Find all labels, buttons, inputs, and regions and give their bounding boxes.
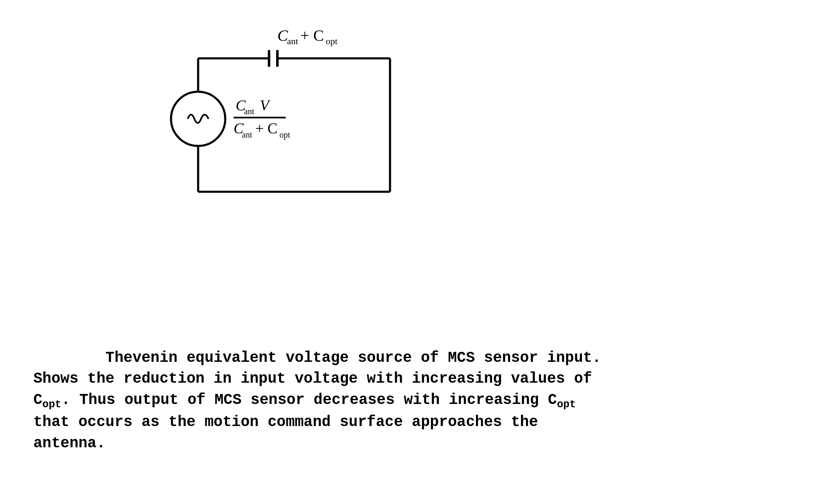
svg-text:V: V: [260, 97, 271, 114]
paragraph-line4: that occurs as the motion command surfac…: [33, 412, 805, 433]
circuit-svg: C ant + C opt: [148, 25, 440, 225]
paragraph-line5: antenna.: [33, 433, 805, 454]
svg-text:ant: ant: [244, 107, 254, 116]
svg-text:opt: opt: [326, 36, 337, 46]
circuit-diagram: C ant + C opt: [148, 25, 440, 225]
text-paragraph: Thevenin equivalent voltage source of MC…: [33, 348, 805, 454]
svg-point-12: [171, 92, 225, 146]
page-container: C ant + C opt: [0, 0, 838, 504]
svg-text:+ C: + C: [255, 120, 277, 137]
svg-text:opt: opt: [279, 130, 290, 140]
svg-text:ant: ant: [242, 130, 252, 139]
paragraph-line3: Copt. Thus output of MCS sensor decrease…: [33, 390, 805, 412]
svg-text:+ C: + C: [300, 27, 324, 44]
paragraph-line1: Thevenin equivalent voltage source of MC…: [33, 348, 805, 369]
paragraph-line2: Shows the reduction in input voltage wit…: [33, 369, 805, 389]
svg-text:ant: ant: [287, 36, 298, 46]
